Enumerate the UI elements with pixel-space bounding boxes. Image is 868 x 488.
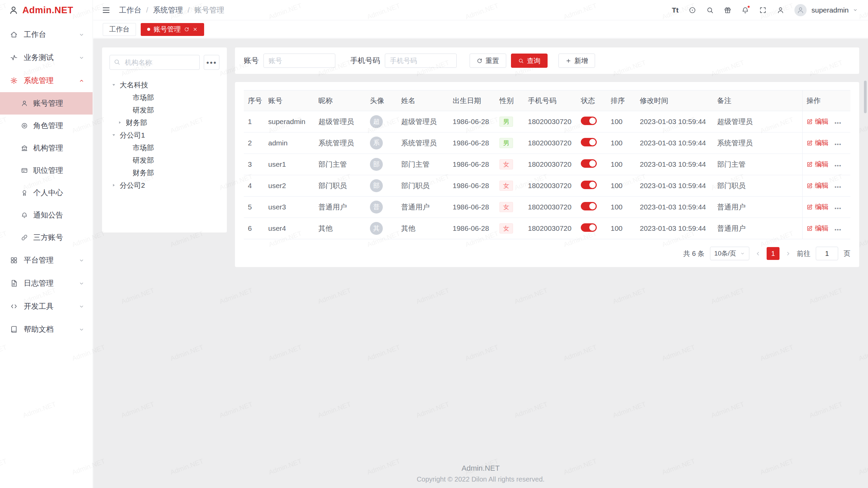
sidebar-item-notice[interactable]: 通知公告 xyxy=(0,204,93,226)
sidebar-item-business-test[interactable]: 业务测试 xyxy=(0,46,93,69)
more-actions-button[interactable]: ••• xyxy=(835,227,842,232)
search-icon[interactable] xyxy=(706,6,714,14)
sidebar-item-workbench[interactable]: 工作台 xyxy=(0,23,93,46)
caret-down-icon[interactable] xyxy=(112,83,120,87)
col-header: 备注 xyxy=(713,90,802,111)
page-unit-label: 页 xyxy=(844,249,850,258)
status-toggle[interactable] xyxy=(581,159,597,168)
tree-node[interactable]: 分公司1 xyxy=(110,129,219,141)
col-header: 姓名 xyxy=(397,90,449,111)
tree-node[interactable]: 财务部 xyxy=(110,116,219,129)
sidebar-item-org-mgmt[interactable]: 机构管理 xyxy=(0,137,93,159)
status-toggle[interactable] xyxy=(581,202,597,210)
more-actions-button[interactable]: ••• xyxy=(835,184,842,190)
person-icon[interactable] xyxy=(777,6,784,14)
sidebar-item-role-mgmt[interactable]: 角色管理 xyxy=(0,115,93,137)
menu-label: 平台管理 xyxy=(24,255,54,265)
edit-icon xyxy=(807,204,813,210)
sidebar-item-account-mgmt[interactable]: 账号管理 xyxy=(0,92,93,115)
menu-label: 机构管理 xyxy=(33,143,63,153)
menu-label: 职位管理 xyxy=(33,165,63,176)
refresh-icon[interactable] xyxy=(184,27,189,32)
sidebar-item-platform-mgmt[interactable]: 平台管理 xyxy=(0,249,93,272)
edit-button[interactable]: 编辑 xyxy=(807,138,829,147)
tree-node-label: 财务部 xyxy=(133,168,154,178)
table-row: 1 superadmin 超级管理员 超 超级管理员 1986-06-28 男 … xyxy=(244,111,850,133)
caret-right-icon[interactable] xyxy=(112,183,120,187)
breadcrumb-item[interactable]: 工作台 xyxy=(119,5,141,15)
search-button[interactable]: 查询 xyxy=(511,54,548,68)
phone-input[interactable] xyxy=(385,54,457,68)
edit-button[interactable]: 编辑 xyxy=(807,160,829,169)
role-icon xyxy=(21,122,28,129)
chevron-down-icon[interactable] xyxy=(853,7,858,13)
scrollbar-thumb[interactable] xyxy=(864,81,867,113)
tree-node[interactable]: 研发部 xyxy=(110,104,219,116)
tree-node[interactable]: 分公司2 xyxy=(110,179,219,191)
edit-icon xyxy=(807,161,813,167)
sidebar-item-help-docs[interactable]: 帮助文档 xyxy=(0,318,93,341)
more-actions-button[interactable]: ••• xyxy=(835,163,842,168)
theme-icon[interactable] xyxy=(689,6,696,14)
col-header: 操作 xyxy=(802,90,850,111)
book-icon xyxy=(10,326,18,333)
next-page-button[interactable] xyxy=(785,250,791,257)
tree-node[interactable]: 研发部 xyxy=(110,154,219,166)
caret-right-icon[interactable] xyxy=(118,120,126,125)
page-footer: Admin.NET Copyright © 2022 Dilon All rig… xyxy=(93,464,868,483)
caret-down-icon[interactable] xyxy=(112,133,120,137)
tree-node-label: 分公司1 xyxy=(120,130,145,140)
more-actions-button[interactable]: ••• xyxy=(835,205,842,211)
app-logo[interactable]: Admin.NET xyxy=(0,0,93,20)
goto-page-input[interactable] xyxy=(816,247,838,260)
col-header: 序号 xyxy=(244,90,264,111)
edit-button[interactable]: 编辑 xyxy=(807,202,829,211)
sidebar-item-system-mgmt[interactable]: 系统管理 xyxy=(0,69,93,92)
tree-node[interactable]: 财务部 xyxy=(110,166,219,179)
sidebar-item-log-mgmt[interactable]: 日志管理 xyxy=(0,272,93,295)
edit-button[interactable]: 编辑 xyxy=(807,181,829,190)
notification-bell-icon[interactable] xyxy=(742,6,749,14)
layout-icon[interactable] xyxy=(724,6,731,14)
account-input[interactable] xyxy=(263,54,335,68)
status-toggle[interactable] xyxy=(581,181,597,189)
edit-button[interactable]: 编辑 xyxy=(807,224,829,233)
fullscreen-icon[interactable] xyxy=(759,6,767,14)
sidebar-item-dev-tools[interactable]: 开发工具 xyxy=(0,295,93,318)
status-toggle[interactable] xyxy=(581,138,597,146)
total-count: 共 6 条 xyxy=(683,249,704,258)
accounts-table-card: 序号 账号 昵称 头像 姓名 出生日期 性别 手机号码 状态 排序 修改时间 备… xyxy=(235,82,859,267)
user-avatar[interactable] xyxy=(794,4,807,16)
tree-node[interactable]: 市场部 xyxy=(110,91,219,104)
tab-account-mgmt[interactable]: 账号管理 xyxy=(141,23,204,36)
breadcrumb-item[interactable]: 系统管理 xyxy=(153,5,183,15)
menu-label: 日志管理 xyxy=(24,278,54,288)
tab-workbench[interactable]: 工作台 xyxy=(103,23,136,36)
add-button[interactable]: 新增 xyxy=(558,54,595,68)
font-size-icon[interactable]: Tt xyxy=(672,6,678,14)
header-actions: Tt superadmin xyxy=(672,4,858,16)
collapse-menu-button[interactable] xyxy=(102,6,110,14)
table-row: 2 admin 系统管理员 系 系统管理员 1986-06-28 男 18020… xyxy=(244,133,850,154)
building-icon xyxy=(21,145,28,151)
page-number-button[interactable]: 1 xyxy=(767,247,780,260)
username[interactable]: superadmin xyxy=(811,6,849,14)
status-toggle[interactable] xyxy=(581,117,597,125)
col-header: 修改时间 xyxy=(636,90,713,111)
tree-node-label: 市场部 xyxy=(133,143,154,152)
sidebar-item-personal-center[interactable]: 个人中心 xyxy=(0,182,93,204)
more-actions-button[interactable]: ••• xyxy=(835,120,842,126)
more-actions-button[interactable]: ••• xyxy=(835,141,842,147)
tree-node[interactable]: 大名科技 xyxy=(110,79,219,91)
tree-node[interactable]: 市场部 xyxy=(110,141,219,154)
page-size-select[interactable]: 10条/页 xyxy=(710,247,749,260)
org-search-input[interactable] xyxy=(110,55,200,70)
sidebar-item-position-mgmt[interactable]: 职位管理 xyxy=(0,159,93,182)
edit-button[interactable]: 编辑 xyxy=(807,117,829,126)
more-options-button[interactable]: ●●● xyxy=(204,55,219,70)
prev-page-button[interactable] xyxy=(755,250,761,257)
sidebar-item-third-party-account[interactable]: 三方账号 xyxy=(0,226,93,249)
reset-button[interactable]: 重置 xyxy=(470,54,506,68)
status-toggle[interactable] xyxy=(581,223,597,232)
close-icon[interactable] xyxy=(193,27,198,32)
